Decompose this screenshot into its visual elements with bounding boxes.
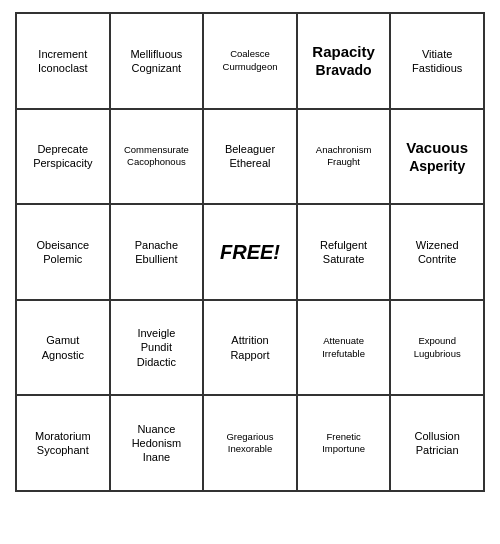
bingo-cell-2: CoalesceCurmudgeon	[204, 14, 298, 110]
bingo-cell-16: InveiglePunditDidactic	[111, 301, 205, 397]
bingo-cell-12: FREE!	[204, 205, 298, 301]
bingo-cell-21: NuanceHedonismInane	[111, 396, 205, 492]
bingo-cell-1: MellifluousCognizant	[111, 14, 205, 110]
bingo-cell-5: DeprecatePerspicacity	[17, 110, 111, 206]
bingo-cell-19: ExpoundLugubrious	[391, 301, 485, 397]
bingo-cell-15: GamutAgnostic	[17, 301, 111, 397]
bingo-cell-22: GregariousInexorable	[204, 396, 298, 492]
bingo-cell-7: BeleaguerEthereal	[204, 110, 298, 206]
bingo-cell-11: PanacheEbullient	[111, 205, 205, 301]
bingo-cell-0: IncrementIconoclast	[17, 14, 111, 110]
bingo-cell-23: FreneticImportune	[298, 396, 392, 492]
bingo-cell-10: ObeisancePolemic	[17, 205, 111, 301]
bingo-cell-24: CollusionPatrician	[391, 396, 485, 492]
bingo-cell-4: VitiateFastidious	[391, 14, 485, 110]
bingo-cell-14: WizenedContrite	[391, 205, 485, 301]
bingo-cell-8: AnachronismFraught	[298, 110, 392, 206]
bingo-cell-3: RapacityBravado	[298, 14, 392, 110]
bingo-cell-17: AttritionRapport	[204, 301, 298, 397]
bingo-cell-6: CommensurateCacophonous	[111, 110, 205, 206]
bingo-title	[15, 0, 485, 12]
bingo-cell-13: RefulgentSaturate	[298, 205, 392, 301]
bingo-cell-20: MoratoriumSycophant	[17, 396, 111, 492]
bingo-cell-9: VacuousAsperity	[391, 110, 485, 206]
bingo-cell-18: AttenuateIrrefutable	[298, 301, 392, 397]
bingo-grid: IncrementIconoclastMellifluousCognizantC…	[15, 12, 485, 492]
